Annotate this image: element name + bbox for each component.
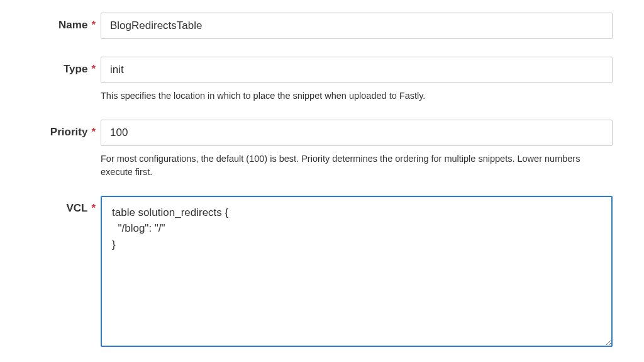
vcl-label: VCL [66,202,87,215]
name-field-col [101,13,613,39]
priority-label-col: Priority * [31,120,101,139]
type-input[interactable] [101,57,613,83]
required-icon: * [91,19,96,31]
required-icon: * [91,63,96,76]
priority-row: Priority * For most configurations, the … [31,120,613,178]
priority-helper-text: For most configurations, the default (10… [101,152,613,178]
vcl-textarea[interactable]: table solution_redirects { "/blog": "/" … [101,196,613,347]
type-row: Type * This specifies the location in wh… [31,57,613,102]
name-label: Name [58,19,87,31]
priority-field-col: For most configurations, the default (10… [101,120,613,178]
vcl-field-col: table solution_redirects { "/blog": "/" … [101,196,613,347]
priority-input[interactable] [101,120,613,146]
priority-label: Priority [50,126,88,139]
type-field-col: This specifies the location in which to … [101,57,613,102]
name-input[interactable] [101,13,613,39]
name-label-col: Name * [31,13,101,31]
type-label-col: Type * [31,57,101,76]
type-label: Type [64,63,87,76]
required-icon: * [91,126,96,139]
vcl-label-col: VCL * [31,196,101,215]
name-row: Name * [31,13,613,39]
required-icon: * [91,202,96,215]
vcl-row: VCL * table solution_redirects { "/blog"… [31,196,613,347]
type-helper-text: This specifies the location in which to … [101,89,613,102]
